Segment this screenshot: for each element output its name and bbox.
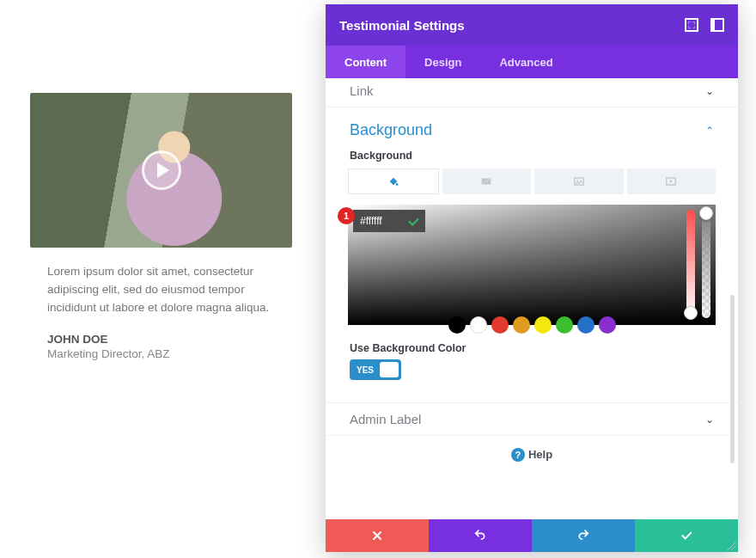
- section-admin-label-text: Admin Label: [350, 412, 421, 426]
- redo-icon: [576, 529, 590, 543]
- panel-tabs: Content Design Advanced: [326, 46, 738, 78]
- chevron-down-icon: ⌄: [705, 85, 714, 97]
- toggle-text: YES: [357, 365, 374, 375]
- alpha-thumb[interactable]: [699, 206, 713, 220]
- swatch-yellow[interactable]: [534, 316, 552, 334]
- testimonial-quote: Lorem ipsum dolor sit amet, consectetur …: [30, 248, 292, 317]
- gradient-icon: [479, 175, 493, 187]
- use-bg-color-label: Use Background Color: [326, 334, 738, 359]
- section-background[interactable]: Background ⌃: [326, 107, 738, 146]
- settings-panel: Testimonial Settings Content Design Adva…: [326, 4, 738, 552]
- section-admin-label[interactable]: Admin Label ⌄: [326, 402, 738, 436]
- swatch-orange[interactable]: [513, 316, 530, 334]
- panel-body: Link ⌄ Background ⌃ Background 1: [326, 78, 738, 519]
- step-badge: 1: [338, 207, 355, 224]
- redo-button[interactable]: [532, 519, 635, 552]
- swatch-green[interactable]: [556, 316, 573, 334]
- swatch-red[interactable]: [491, 316, 509, 334]
- panel-header: Testimonial Settings: [326, 4, 738, 46]
- swatch-black[interactable]: [448, 316, 466, 334]
- undo-button[interactable]: [429, 519, 532, 552]
- video-icon: [664, 175, 678, 187]
- paint-bucket-icon: [387, 175, 400, 187]
- swatch-blue[interactable]: [577, 316, 594, 334]
- color-picker: 1: [348, 205, 716, 334]
- chevron-down-icon: ⌄: [705, 414, 714, 426]
- bg-tab-gradient[interactable]: [442, 169, 532, 194]
- testimonial-photo: [30, 93, 292, 248]
- action-bar: [326, 519, 738, 552]
- confirm-color-button[interactable]: [401, 210, 425, 232]
- undo-icon: [473, 529, 487, 543]
- section-background-label: Background: [350, 121, 432, 139]
- background-type-tabs: [348, 169, 716, 194]
- svg-point-0: [396, 183, 398, 185]
- hue-slider[interactable]: [686, 210, 695, 318]
- section-link[interactable]: Link ⌄: [326, 78, 738, 107]
- tab-content[interactable]: Content: [326, 46, 405, 78]
- background-field-label: Background: [326, 146, 738, 169]
- bg-tab-image[interactable]: [534, 169, 624, 194]
- swatch-purple[interactable]: [599, 316, 616, 334]
- section-link-label: Link: [350, 83, 374, 98]
- tab-design[interactable]: Design: [405, 46, 480, 78]
- swatch-white[interactable]: [470, 316, 487, 334]
- testimonial-author: JOHN DOE: [30, 317, 292, 346]
- expand-icon[interactable]: [685, 18, 698, 32]
- bg-tab-video[interactable]: [627, 169, 716, 194]
- resize-handle[interactable]: [726, 540, 736, 550]
- hex-input[interactable]: [353, 210, 401, 232]
- testimonial-preview: Lorem ipsum dolor sit amet, consectetur …: [30, 93, 292, 360]
- scrollbar[interactable]: [730, 295, 735, 463]
- color-swatches: [348, 316, 716, 334]
- testimonial-role: Marketing Director, ABZ: [30, 346, 292, 360]
- bg-tab-color[interactable]: [348, 169, 439, 194]
- panel-title: Testimonial Settings: [339, 18, 465, 33]
- svg-point-3: [576, 180, 578, 181]
- image-icon: [572, 175, 586, 187]
- play-icon[interactable]: [142, 150, 181, 190]
- alpha-slider[interactable]: [702, 210, 710, 318]
- use-bg-color-toggle[interactable]: YES: [350, 359, 401, 380]
- help-text: Help: [528, 448, 552, 461]
- save-button[interactable]: [635, 519, 738, 552]
- close-icon: [370, 529, 384, 543]
- hex-input-row: [353, 210, 425, 232]
- help-link[interactable]: ?Help: [326, 436, 738, 472]
- help-icon: ?: [511, 448, 525, 462]
- docs-icon[interactable]: [710, 18, 724, 32]
- chevron-up-icon: ⌃: [705, 125, 714, 137]
- tab-advanced[interactable]: Advanced: [480, 46, 571, 78]
- check-icon: [680, 529, 693, 543]
- cancel-button[interactable]: [326, 519, 429, 552]
